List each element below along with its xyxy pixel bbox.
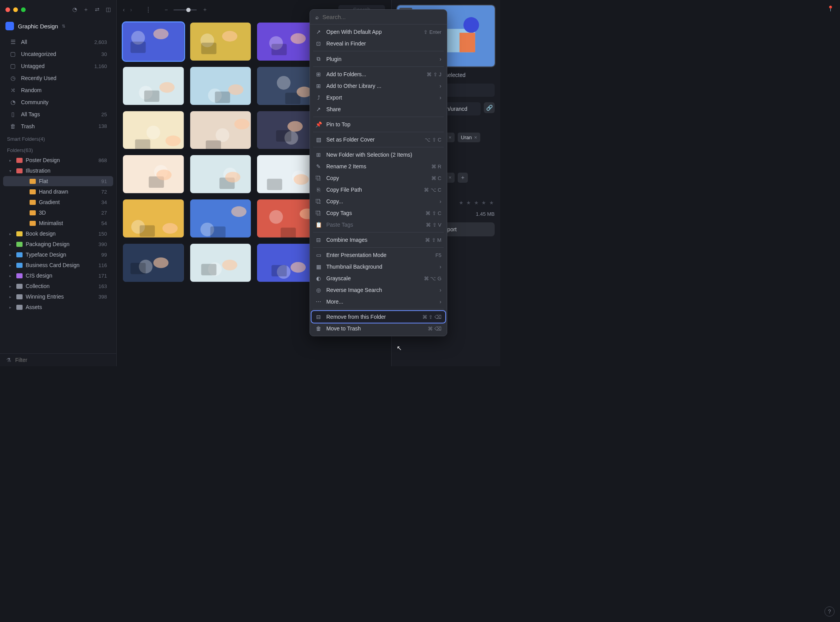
nav-recent[interactable]: ◷Recently Used (3, 72, 113, 84)
list-view-button[interactable]: ┊ (147, 7, 150, 13)
folder-item[interactable]: ▸Poster Design868 (3, 155, 113, 165)
thumbnail[interactable] (123, 155, 184, 193)
menu-item[interactable]: 📌Pin to Top (312, 119, 445, 130)
menu-item[interactable]: ▭Enter Presentation ModeF5 (312, 249, 445, 261)
menu-item[interactable]: ◐Grayscale⌘ ⌥ G (312, 273, 445, 284)
nav-untagged[interactable]: ▢Untagged1,160 (3, 60, 113, 72)
thumbnail[interactable] (257, 244, 318, 282)
thumbnail[interactable] (123, 23, 184, 61)
remove-tag-icon[interactable]: × (449, 135, 452, 140)
minimize-window-button[interactable] (13, 7, 18, 12)
folder-item[interactable]: Hand drawn72 (3, 187, 113, 197)
thumbnail[interactable] (123, 111, 184, 149)
nav-uncategorized[interactable]: ▢Uncategorized30 (3, 48, 113, 60)
notifications-icon[interactable]: ◔ (72, 6, 77, 13)
menu-item[interactable]: ⊞New Folder with Selection (2 Items) (312, 149, 445, 161)
filter-icon: ⚗ (6, 357, 11, 363)
folders-section[interactable]: Folders(63) (0, 143, 116, 155)
smart-folders-section[interactable]: Smart Folders(4) (0, 132, 116, 143)
menu-item[interactable]: ⿻Copy Tags⌘ ⇧ C (312, 207, 445, 219)
thumbnail[interactable] (190, 199, 251, 238)
menu-label: New Folder with Selection (2 Items) (326, 152, 412, 158)
thumbnail[interactable] (190, 111, 251, 149)
menu-shortcut: ⌘ ⇧ M (425, 237, 441, 243)
menu-item[interactable]: ⎘Copy File Path⌘ ⌥ C (312, 184, 445, 196)
folder-name: Flat (39, 178, 48, 184)
nav-trash[interactable]: 🗑Trash138 (3, 121, 113, 132)
forward-button[interactable]: › (130, 7, 132, 13)
folder-item[interactable]: Flat91 (3, 176, 113, 186)
menu-item[interactable]: ⋯More...› (312, 296, 445, 308)
folder-item[interactable]: Gradient34 (3, 197, 113, 207)
remove-tag-icon[interactable]: × (474, 135, 477, 140)
add-folder-tag-button[interactable]: ＋ (458, 173, 468, 183)
folder-item[interactable]: ▸Typeface Design99 (3, 250, 113, 260)
menu-item[interactable]: ⿻Copy...› (312, 196, 445, 207)
svg-point-11 (290, 33, 306, 44)
menu-item[interactable]: 🗑Move to Trash⌘ ⌫ (312, 323, 445, 334)
folder-item[interactable]: ▸Packaging Design390 (3, 239, 113, 249)
menu-item[interactable]: ↗Open With Default App⇧ Enter (312, 26, 445, 38)
thumbnail[interactable] (190, 155, 251, 193)
svg-point-35 (166, 135, 181, 146)
zoom-out-button[interactable]: − (164, 7, 168, 13)
menu-item[interactable]: ▧Set as Folder Cover⌥ ⇧ C (312, 134, 445, 145)
maximize-window-button[interactable] (21, 7, 26, 12)
menu-item[interactable]: ⤴Export› (312, 92, 445, 103)
folder-item[interactable]: ▸CIS design171 (3, 271, 113, 281)
context-search-input[interactable] (322, 14, 441, 20)
thumbnail[interactable] (190, 244, 251, 282)
thumbnail[interactable] (123, 199, 184, 238)
back-button[interactable]: ‹ (123, 7, 125, 13)
menu-item[interactable]: ✎Rename 2 Items⌘ R (312, 161, 445, 172)
add-icon[interactable]: ＋ (83, 6, 89, 13)
zoom-in-button[interactable]: ＋ (202, 6, 208, 13)
menu-separator (313, 51, 444, 51)
thumbnail[interactable] (123, 244, 184, 282)
thumbnail[interactable] (257, 155, 318, 193)
thumbnail[interactable] (257, 111, 318, 149)
panel-toggle-icon[interactable]: ◫ (106, 6, 111, 13)
zoom-slider[interactable] (173, 9, 197, 10)
folder-item[interactable]: Minimalist54 (3, 218, 113, 228)
thumbnail[interactable] (190, 67, 251, 105)
rating-stars[interactable]: ★ ★ ★ ★ ★ (459, 200, 495, 206)
menu-item[interactable]: ⊡Reveal in Finder (312, 38, 445, 49)
nav-community[interactable]: ◔Community (3, 96, 113, 108)
nav-all[interactable]: ☰All2,603 (3, 36, 113, 48)
folder-item[interactable]: ▸Business Card Design116 (3, 260, 113, 270)
close-window-button[interactable] (5, 7, 10, 12)
menu-item[interactable]: ⿻Copy⌘ C (312, 172, 445, 184)
nav-random[interactable]: ⤭Random (3, 84, 113, 96)
tag[interactable]: Uran × (458, 133, 480, 142)
sync-icon[interactable]: ⇄ (95, 6, 100, 13)
filter-input[interactable] (15, 357, 110, 363)
menu-item[interactable]: ⊞Add to Other Library ...› (312, 80, 445, 92)
menu-item[interactable]: ▦Thumbnail Background› (312, 261, 445, 273)
folder-item[interactable]: ▸Book design150 (3, 229, 113, 239)
folder-item[interactable]: ▸Winning Entries398 (3, 292, 113, 302)
menu-separator (313, 117, 444, 117)
chevron-icon: ▸ (9, 295, 13, 299)
folder-item[interactable]: ▸Assets (3, 302, 113, 312)
menu-item[interactable]: ⧉Plugin› (312, 53, 445, 65)
thumbnail[interactable] (257, 67, 318, 105)
thumbnail[interactable] (257, 23, 318, 61)
folder-item[interactable]: ▾Illustration (3, 166, 113, 176)
menu-item[interactable]: ◎Reverse Image Search› (312, 284, 445, 296)
remove-folder-tag-icon[interactable]: × (449, 175, 452, 180)
thumbnail[interactable] (190, 23, 251, 61)
menu-item[interactable]: ↗Share (312, 103, 445, 115)
folder-color-icon (30, 210, 36, 215)
thumbnail[interactable] (123, 67, 184, 105)
folder-item[interactable]: 3D27 (3, 208, 113, 218)
main-area: ‹ › ┊ − ＋ Search ⌕ ↗Open With Default Ap… (117, 0, 391, 366)
thumbnail[interactable] (257, 199, 318, 238)
library-header[interactable]: Graphic Design ⇅ (0, 19, 116, 34)
menu-item[interactable]: ⊞Add to Folders...⌘ ⇧ J (312, 68, 445, 80)
folder-item[interactable]: ▸Collection163 (3, 281, 113, 291)
menu-item[interactable]: ⊟Remove from this Folder⌘ ⇧ ⌫ (312, 311, 445, 323)
menu-item[interactable]: ⊟Combine Images⌘ ⇧ M (312, 234, 445, 246)
open-link-button[interactable]: 🔗 (484, 102, 495, 113)
nav-alltags[interactable]: ▯All Tags25 (3, 108, 113, 120)
